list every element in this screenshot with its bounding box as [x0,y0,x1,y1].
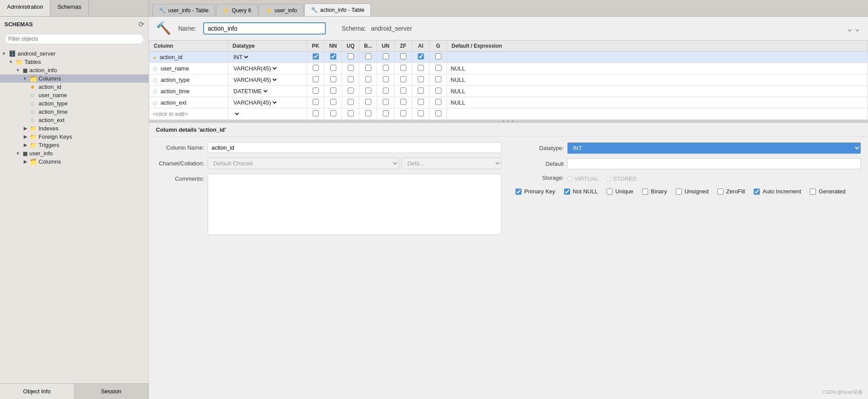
table-name-input[interactable] [203,22,326,35]
nn-checkbox[interactable] [330,88,336,94]
nn-checkbox-detail[interactable]: Not NULL [564,188,598,195]
tree-item-user-name[interactable]: ◇ user_name [0,91,148,99]
b-checkbox[interactable] [365,88,371,94]
zf-checkbox[interactable] [400,76,406,82]
virtual-radio[interactable] [567,176,573,182]
binary-checkbox-detail[interactable]: Binary [642,188,667,195]
tree-item-action-info[interactable]: ▾ ▦ action_info [0,66,148,74]
g-checkbox[interactable] [435,65,441,71]
g-checkbox[interactable] [435,99,441,105]
b-checkbox[interactable] [365,76,371,82]
ai-checkbox-new[interactable] [418,110,424,116]
nn-checkbox[interactable] [330,76,336,82]
table-row[interactable]: ⬥ action_id INT [149,52,868,63]
tree-item-action-ext[interactable]: ◇ action_ext [0,116,148,124]
g-checkbox[interactable] [435,53,441,60]
zf-checkbox[interactable] [400,99,406,105]
tab-object-info[interactable]: Object Info [0,384,74,399]
tab-schemas[interactable]: Schemas [50,0,88,16]
datatype-select-new[interactable] [232,110,240,118]
pk-checkbox[interactable] [313,76,319,82]
ai-checkbox[interactable] [418,76,424,82]
tree-item-action-type[interactable]: ◇ action_type [0,99,148,108]
collation-select[interactable]: Defa... [402,158,501,169]
datatype-select[interactable]: DATETIME [232,88,269,95]
uq-checkbox[interactable] [348,53,354,60]
tree-item-foreign-keys[interactable]: ▶ 📁 Foreign Keys [0,133,148,141]
nn-checkbox[interactable] [330,99,336,105]
datatype-select[interactable]: INT [232,53,250,61]
tree-item-tables[interactable]: ▾ 📁 Tables [0,58,148,66]
table-row[interactable]: ◇ action_ext VARCHAR(45) [149,97,868,108]
unsigned-checkbox-detail[interactable]: Unsigned [676,188,709,195]
tree-item-columns[interactable]: ▾ 🗂️ Columns [0,74,148,83]
b-checkbox-new[interactable] [365,110,371,116]
pk-checkbox[interactable] [313,53,319,60]
g-checkbox[interactable] [435,76,441,82]
zf-checkbox[interactable] [400,88,406,94]
g-checkbox-new[interactable] [435,110,441,116]
pk-checkbox[interactable] [313,65,319,71]
datatype-select[interactable]: VARCHAR(45) [232,76,278,84]
tree-item-triggers[interactable]: ▶ 📁 Triggers [0,141,148,149]
datatype-select[interactable]: VARCHAR(45) [232,99,278,106]
tree-item-action-time[interactable]: ◇ action_time [0,108,148,116]
nn-checkbox-new[interactable] [330,110,336,116]
charset-select[interactable]: Default Charset [208,158,399,169]
tab-user-info-query[interactable]: ⚡ user_info [259,4,303,16]
uq-checkbox[interactable] [348,65,354,71]
uq-checkbox[interactable] [348,88,354,94]
un-checkbox[interactable] [383,88,389,94]
un-checkbox-new[interactable] [383,110,389,116]
chevron-down-icon[interactable]: ⌄⌄ [846,23,861,34]
uq-checkbox-detail[interactable]: Unique [607,188,633,195]
pk-checkbox[interactable] [313,99,319,105]
tree-item-action-id[interactable]: ◆ action_id [0,83,148,91]
un-checkbox[interactable] [383,53,389,60]
ai-checkbox[interactable] [418,65,424,71]
table-row[interactable]: ◇ action_time DATETIME [149,86,868,97]
refresh-icon[interactable]: ⟳ [138,20,144,28]
click-to-edit[interactable]: <click to edit> [153,111,188,117]
tree-item-indexes[interactable]: ▶ 📁 Indexes [0,124,148,133]
tab-administration[interactable]: Administration [0,0,50,16]
tree-item-android-server[interactable]: ▾ 🗄️ android_server [0,49,148,58]
table-row[interactable]: ◇ user_name VARCHAR(45) [149,63,868,74]
search-input[interactable] [4,34,144,44]
tree-item-user-info[interactable]: ▾ ▦ user_info [0,149,148,158]
uq-checkbox-new[interactable] [348,110,354,116]
zf-checkbox[interactable] [400,53,406,60]
uq-checkbox[interactable] [348,99,354,105]
un-checkbox[interactable] [383,76,389,82]
datatype-select[interactable]: VARCHAR(45) [232,65,278,72]
generated-checkbox-detail[interactable]: Generated [810,188,845,195]
column-name-input[interactable] [208,142,501,153]
default-input[interactable] [567,158,861,169]
zf-checkbox[interactable] [400,65,406,71]
g-checkbox[interactable] [435,88,441,94]
table-row[interactable]: ◇ action_type VARCHAR(45) [149,74,868,86]
tab-query6[interactable]: ⚡ Query 6 [216,4,258,16]
zerofill-checkbox-detail[interactable]: ZeroFill [717,188,745,195]
nn-checkbox[interactable] [330,65,336,71]
comments-input[interactable] [208,174,501,235]
ai-checkbox[interactable] [418,99,424,105]
tree-item-columns2[interactable]: ▶ 🗂️ Columns [0,158,148,166]
tab-session[interactable]: Session [74,384,149,399]
b-checkbox[interactable] [365,99,371,105]
ai-checkbox-detail[interactable]: Auto Increment [754,188,801,195]
pk-checkbox[interactable] [313,88,319,94]
un-checkbox[interactable] [383,65,389,71]
pk-checkbox-detail[interactable]: Primary Key [515,188,555,195]
tab-action-info-table[interactable]: 🔧 action_info - Table [304,4,371,16]
ai-checkbox[interactable] [418,53,424,60]
pk-checkbox-new[interactable] [313,110,319,116]
stored-radio[interactable] [606,176,611,182]
datatype-main-select[interactable]: INT [567,142,861,154]
zf-checkbox-new[interactable] [400,110,406,116]
table-row-new[interactable]: <click to edit> [149,108,868,120]
b-checkbox[interactable] [365,53,371,60]
b-checkbox[interactable] [365,65,371,71]
ai-checkbox[interactable] [418,88,424,94]
uq-checkbox[interactable] [348,76,354,82]
